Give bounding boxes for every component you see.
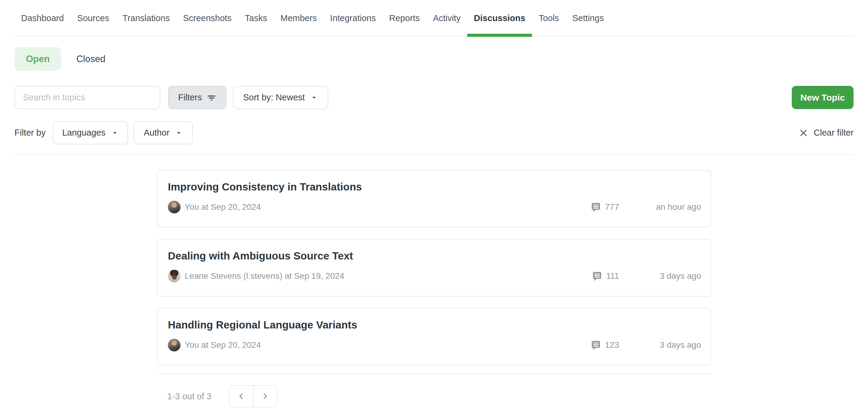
comment-count-value: 123 — [605, 340, 619, 350]
topic-author-line: You at Sep 20, 2024 — [185, 340, 590, 350]
nav-integrations[interactable]: Integrations — [323, 0, 382, 36]
topic-title[interactable]: Improving Consistency in Translations — [168, 181, 701, 193]
nav-members[interactable]: Members — [274, 0, 324, 36]
pagination: 1-3 out of 3 — [157, 385, 711, 408]
tab-closed[interactable]: Closed — [76, 54, 105, 64]
project-navigation: Dashboard Sources Translations Screensho… — [14, 0, 854, 37]
list-bottom-divider — [157, 374, 711, 374]
clear-filter-button[interactable]: Clear filter — [798, 127, 854, 138]
topic-meta: You at Sep 20, 2024 777 an hour ag — [168, 201, 701, 213]
comment-count-value: 111 — [606, 271, 619, 281]
caret-down-icon — [111, 129, 119, 137]
filters-button[interactable]: Filters — [168, 86, 226, 109]
caret-down-icon — [310, 94, 318, 102]
search-input[interactable] — [14, 86, 160, 109]
topics-list: Improving Consistency in Translations Yo… — [157, 170, 711, 408]
tab-open[interactable]: Open — [14, 47, 61, 71]
topic-card[interactable]: Handling Regional Language Variants You … — [157, 308, 711, 365]
nav-tools[interactable]: Tools — [532, 0, 566, 36]
chevron-right-icon — [260, 391, 270, 401]
sort-by-label: Sort by: Newest — [243, 93, 305, 102]
comment-count-value: 777 — [605, 202, 619, 212]
nav-screenshots[interactable]: Screenshots — [176, 0, 238, 36]
topic-author-line: You at Sep 20, 2024 — [185, 202, 590, 212]
nav-translations[interactable]: Translations — [116, 0, 176, 36]
filters-button-label: Filters — [178, 93, 202, 102]
topic-meta-right: 123 3 days ago — [590, 340, 701, 351]
last-activity: 3 days ago — [653, 271, 701, 281]
pager-buttons — [229, 385, 278, 408]
last-activity: 3 days ago — [653, 340, 701, 350]
comment-bubble-icon — [590, 340, 601, 351]
nav-sources[interactable]: Sources — [70, 0, 116, 36]
sort-by-dropdown[interactable]: Sort by: Newest — [233, 86, 328, 109]
section-divider — [14, 154, 854, 155]
last-activity: an hour ago — [653, 202, 701, 212]
topic-meta-right: 111 3 days ago — [592, 270, 701, 282]
avatar — [168, 339, 181, 351]
nav-tasks[interactable]: Tasks — [238, 0, 274, 36]
topic-state-tabs: Open Closed — [14, 47, 854, 71]
chevron-left-icon — [236, 391, 246, 401]
topic-title[interactable]: Handling Regional Language Variants — [168, 319, 701, 331]
next-page-button[interactable] — [253, 386, 277, 407]
author-dropdown[interactable]: Author — [133, 121, 193, 144]
topics-toolbar: Filters Sort by: Newest New Topic — [14, 86, 854, 109]
languages-dropdown-label: Languages — [62, 128, 105, 138]
new-topic-button[interactable]: New Topic — [792, 86, 854, 109]
topic-meta: Leane Stevens (l.stevens) at Sep 19, 202… — [168, 270, 701, 282]
nav-dashboard[interactable]: Dashboard — [14, 0, 70, 36]
filter-by-label: Filter by — [14, 128, 45, 138]
nav-activity[interactable]: Activity — [426, 0, 467, 36]
avatar — [168, 270, 181, 282]
topic-title[interactable]: Dealing with Ambiguous Source Text — [168, 250, 701, 262]
filter-lines-icon — [207, 93, 216, 102]
caret-down-icon — [175, 129, 183, 137]
author-dropdown-label: Author — [144, 128, 169, 138]
avatar — [168, 201, 181, 213]
nav-reports[interactable]: Reports — [382, 0, 427, 36]
languages-dropdown[interactable]: Languages — [53, 121, 128, 144]
clear-filter-label: Clear filter — [814, 128, 854, 138]
topic-meta-right: 777 an hour ago — [590, 202, 701, 213]
topic-card[interactable]: Dealing with Ambiguous Source Text Leane… — [157, 239, 711, 296]
close-icon — [798, 127, 809, 138]
comment-bubble-icon — [590, 202, 601, 213]
topic-card[interactable]: Improving Consistency in Translations Yo… — [157, 170, 711, 228]
page-range-label: 1-3 out of 3 — [167, 391, 212, 401]
comment-count: 123 — [590, 340, 619, 351]
nav-discussions[interactable]: Discussions — [467, 0, 532, 36]
previous-page-button[interactable] — [229, 386, 253, 407]
filter-by-row: Filter by Languages Author Clear filter — [14, 121, 854, 144]
topic-author-line: Leane Stevens (l.stevens) at Sep 19, 202… — [185, 271, 592, 281]
nav-settings[interactable]: Settings — [566, 0, 611, 36]
comment-count: 777 — [590, 202, 619, 213]
comment-bubble-icon — [592, 270, 602, 282]
comment-count: 111 — [592, 270, 619, 282]
topic-meta: You at Sep 20, 2024 123 3 days ago — [168, 339, 701, 351]
